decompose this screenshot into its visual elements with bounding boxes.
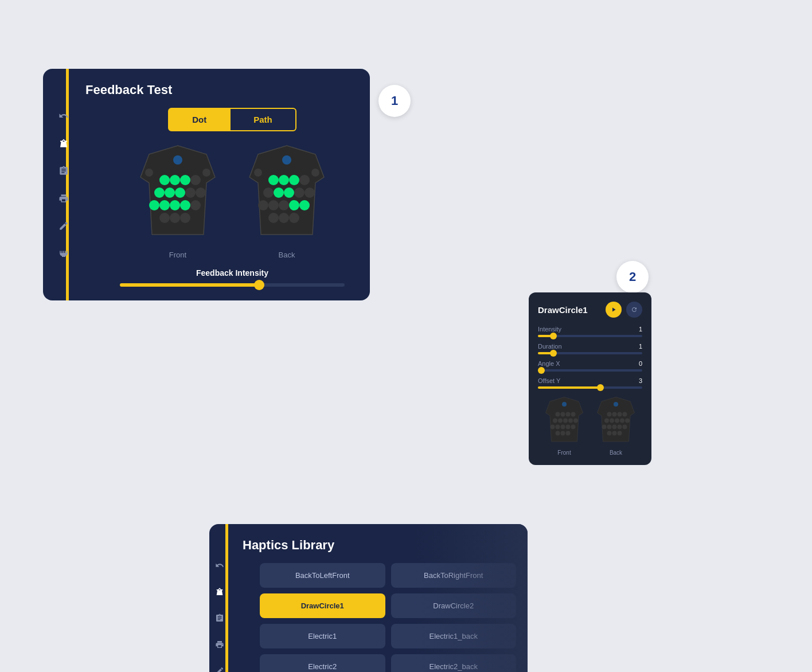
haptic-item-0[interactable]: BackToLeftFront bbox=[260, 563, 385, 588]
front-vest-svg bbox=[132, 143, 224, 246]
haptic-item-2[interactable]: DrawCircle1 bbox=[260, 593, 385, 618]
mini-back-svg bbox=[593, 396, 639, 447]
mini-vests-row: Front bbox=[538, 396, 642, 456]
duration-param-slider[interactable] bbox=[538, 352, 642, 354]
intensity-section: Feedback Intensity bbox=[108, 268, 356, 287]
step-2-circle: 2 bbox=[616, 261, 649, 293]
mini-front-vest: Front bbox=[541, 396, 587, 456]
intensity-param-slider[interactable] bbox=[538, 335, 642, 337]
feedback-test-title: Feedback Test bbox=[85, 83, 356, 97]
sidebar-icon-print[interactable] bbox=[57, 192, 71, 205]
svg-point-0 bbox=[173, 155, 182, 165]
svg-point-27 bbox=[284, 187, 294, 198]
svg-point-52 bbox=[561, 425, 565, 429]
svg-point-11 bbox=[159, 200, 170, 210]
param-offset-y: Offset Y 3 bbox=[538, 377, 642, 389]
svg-point-13 bbox=[180, 200, 190, 210]
mini-front-svg bbox=[541, 396, 587, 447]
back-vest-svg bbox=[241, 143, 333, 246]
tab-path[interactable]: Path bbox=[230, 108, 296, 131]
intensity-label: Feedback Intensity bbox=[108, 268, 356, 278]
panel3-title: DrawCircle1 bbox=[538, 305, 588, 315]
svg-point-17 bbox=[180, 213, 190, 223]
param-offsety-label: Offset Y bbox=[538, 377, 560, 384]
svg-point-49 bbox=[573, 419, 578, 423]
svg-point-68 bbox=[602, 425, 607, 429]
haptic-item-6[interactable]: Electric2 bbox=[260, 654, 385, 672]
svg-point-55 bbox=[556, 431, 560, 436]
sidebar-icon-hand[interactable] bbox=[57, 247, 71, 260]
haptics-grid: BackToLeftFront BackToRightFront DrawCir… bbox=[260, 563, 516, 672]
svg-point-48 bbox=[568, 419, 573, 423]
svg-point-54 bbox=[571, 425, 576, 429]
back-vest-label: Back bbox=[279, 251, 295, 259]
panel3-actions bbox=[606, 302, 642, 318]
mini-back-vest: Back bbox=[593, 396, 639, 456]
svg-point-74 bbox=[612, 431, 617, 436]
svg-point-20 bbox=[282, 155, 291, 165]
svg-point-75 bbox=[618, 431, 622, 436]
mini-front-label: Front bbox=[557, 450, 571, 456]
sidebar-icon-draw[interactable] bbox=[57, 219, 71, 233]
haptic-item-1[interactable]: BackToRightFront bbox=[391, 563, 517, 588]
intensity-slider[interactable] bbox=[120, 283, 345, 287]
haptics-library-title: Haptics Library bbox=[243, 538, 516, 553]
svg-point-63 bbox=[604, 419, 609, 423]
svg-point-60 bbox=[612, 412, 617, 417]
feedback-test-panel: Feedback Test Dot Path bbox=[43, 69, 370, 300]
param-duration: Duration 1 bbox=[538, 343, 642, 354]
svg-point-42 bbox=[561, 412, 565, 417]
anglex-param-slider[interactable] bbox=[538, 369, 642, 372]
svg-point-65 bbox=[615, 419, 619, 423]
svg-point-58 bbox=[614, 402, 618, 407]
play-button[interactable] bbox=[606, 302, 622, 318]
offsety-param-slider[interactable] bbox=[538, 386, 642, 389]
svg-point-9 bbox=[196, 187, 206, 198]
svg-point-50 bbox=[551, 425, 555, 429]
svg-point-53 bbox=[566, 425, 571, 429]
svg-point-37 bbox=[289, 213, 299, 223]
svg-point-8 bbox=[185, 187, 196, 198]
refresh-button[interactable] bbox=[626, 302, 642, 318]
step-2-label: 2 bbox=[629, 269, 636, 284]
param-duration-value: 1 bbox=[639, 343, 642, 350]
sidebar-panel1 bbox=[57, 109, 71, 260]
svg-point-32 bbox=[279, 200, 289, 210]
svg-point-39 bbox=[311, 169, 319, 177]
svg-point-61 bbox=[618, 412, 622, 417]
param-offsety-value: 3 bbox=[639, 377, 642, 384]
svg-point-66 bbox=[620, 419, 624, 423]
haptic-item-4[interactable]: Electric1 bbox=[260, 624, 385, 648]
vests-row: Front bbox=[108, 143, 356, 259]
tab-dot[interactable]: Dot bbox=[168, 108, 230, 131]
svg-point-41 bbox=[556, 412, 560, 417]
param-angle-x: Angle X 0 bbox=[538, 360, 642, 372]
drawcircle-detail-panel: DrawCircle1 Intensity 1 Duration 1 bbox=[529, 292, 651, 465]
svg-point-5 bbox=[154, 187, 165, 198]
svg-point-45 bbox=[553, 419, 557, 423]
svg-point-23 bbox=[289, 175, 299, 185]
svg-point-16 bbox=[170, 213, 180, 223]
svg-point-24 bbox=[299, 175, 310, 185]
haptic-item-7[interactable]: Electric2_back bbox=[391, 654, 517, 672]
svg-point-72 bbox=[623, 425, 627, 429]
svg-point-51 bbox=[556, 425, 560, 429]
svg-point-7 bbox=[175, 187, 185, 198]
svg-point-47 bbox=[563, 419, 568, 423]
svg-point-57 bbox=[566, 431, 571, 436]
haptic-item-5[interactable]: Electric1_back bbox=[391, 624, 517, 648]
sidebar-icon-clipboard[interactable] bbox=[57, 164, 71, 178]
sidebar-icon-undo[interactable] bbox=[57, 109, 71, 123]
param-intensity: Intensity 1 bbox=[538, 326, 642, 337]
sidebar-icon-vest[interactable] bbox=[57, 136, 71, 150]
haptic-item-3[interactable]: DrawCircle2 bbox=[391, 593, 517, 618]
haptics-library-panel: Haptics Library BackToLeftFront BackToRi… bbox=[209, 524, 528, 672]
svg-point-25 bbox=[263, 187, 274, 198]
svg-point-12 bbox=[170, 200, 180, 210]
tab-container: Dot Path bbox=[108, 108, 356, 131]
svg-point-18 bbox=[145, 169, 153, 177]
panel3-header: DrawCircle1 bbox=[538, 302, 642, 318]
svg-point-10 bbox=[149, 200, 159, 210]
svg-point-28 bbox=[294, 187, 304, 198]
mini-back-label: Back bbox=[610, 450, 622, 456]
